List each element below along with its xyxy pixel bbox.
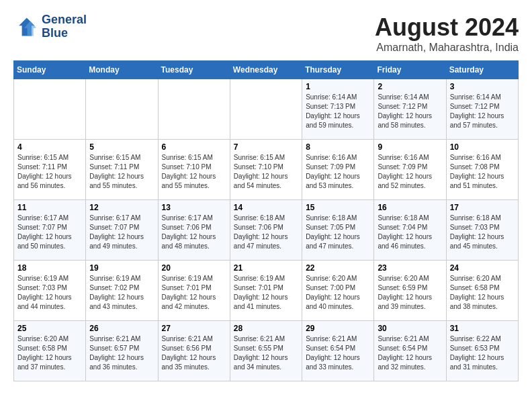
calendar-cell: 2Sunrise: 6:14 AMSunset: 7:12 PMDaylight…	[374, 79, 446, 140]
calendar-cell: 28Sunrise: 6:21 AMSunset: 6:55 PMDayligh…	[230, 321, 302, 381]
day-info: Sunrise: 6:21 AMSunset: 6:54 PMDaylight:…	[378, 334, 442, 372]
day-number: 6	[162, 142, 226, 152]
day-number: 14	[234, 203, 298, 212]
day-info: Sunrise: 6:18 AMSunset: 7:06 PMDaylight:…	[234, 214, 298, 251]
calendar-cell: 12Sunrise: 6:17 AMSunset: 7:07 PMDayligh…	[86, 200, 158, 261]
day-info: Sunrise: 6:20 AMSunset: 6:58 PMDaylight:…	[450, 274, 515, 312]
day-info: Sunrise: 6:15 AMSunset: 7:10 PMDaylight:…	[162, 153, 226, 191]
day-info: Sunrise: 6:16 AMSunset: 7:09 PMDaylight:…	[378, 153, 442, 191]
day-info: Sunrise: 6:15 AMSunset: 7:11 PMDaylight:…	[89, 153, 154, 191]
calendar-week-row: 18Sunrise: 6:19 AMSunset: 7:03 PMDayligh…	[14, 261, 519, 321]
day-number: 31	[450, 324, 515, 333]
calendar-cell: 16Sunrise: 6:18 AMSunset: 7:04 PMDayligh…	[374, 200, 446, 261]
header-day-monday: Monday	[86, 61, 158, 79]
day-info: Sunrise: 6:21 AMSunset: 6:54 PMDaylight:…	[306, 334, 370, 372]
calendar-cell	[230, 79, 302, 140]
calendar-cell: 23Sunrise: 6:20 AMSunset: 6:59 PMDayligh…	[374, 261, 446, 321]
header-day-friday: Friday	[374, 61, 446, 79]
day-number: 19	[89, 263, 154, 273]
day-number: 24	[450, 263, 515, 273]
calendar-cell	[14, 79, 86, 140]
day-info: Sunrise: 6:19 AMSunset: 7:01 PMDaylight:…	[162, 274, 226, 312]
day-number: 5	[89, 142, 154, 152]
day-info: Sunrise: 6:21 AMSunset: 6:57 PMDaylight:…	[89, 334, 154, 372]
day-number: 11	[17, 203, 82, 212]
calendar-cell: 31Sunrise: 6:22 AMSunset: 6:53 PMDayligh…	[446, 321, 518, 381]
calendar-cell: 27Sunrise: 6:21 AMSunset: 6:56 PMDayligh…	[158, 321, 230, 381]
calendar-cell: 8Sunrise: 6:16 AMSunset: 7:09 PMDaylight…	[302, 140, 374, 200]
day-info: Sunrise: 6:18 AMSunset: 7:05 PMDaylight:…	[306, 214, 370, 251]
calendar-cell: 18Sunrise: 6:19 AMSunset: 7:03 PMDayligh…	[14, 261, 86, 321]
calendar-cell: 9Sunrise: 6:16 AMSunset: 7:09 PMDaylight…	[374, 140, 446, 200]
day-number: 27	[162, 324, 226, 333]
calendar-cell: 6Sunrise: 6:15 AMSunset: 7:10 PMDaylight…	[158, 140, 230, 200]
day-number: 1	[306, 82, 370, 91]
calendar-cell: 26Sunrise: 6:21 AMSunset: 6:57 PMDayligh…	[86, 321, 158, 381]
calendar-week-row: 11Sunrise: 6:17 AMSunset: 7:07 PMDayligh…	[14, 200, 519, 261]
day-number: 7	[234, 142, 298, 152]
day-number: 15	[306, 203, 370, 212]
day-info: Sunrise: 6:16 AMSunset: 7:09 PMDaylight:…	[306, 153, 370, 191]
header: General Blue August 2024 Amarnath, Mahar…	[13, 13, 519, 54]
calendar-cell	[86, 79, 158, 140]
calendar-cell: 24Sunrise: 6:20 AMSunset: 6:58 PMDayligh…	[446, 261, 518, 321]
header-day-sunday: Sunday	[14, 61, 86, 79]
day-number: 28	[234, 324, 298, 333]
day-number: 30	[378, 324, 442, 333]
title-area: August 2024 Amarnath, Maharashtra, India	[375, 13, 519, 54]
day-number: 3	[450, 82, 515, 91]
day-number: 13	[162, 203, 226, 212]
day-info: Sunrise: 6:20 AMSunset: 6:59 PMDaylight:…	[378, 274, 442, 312]
day-info: Sunrise: 6:18 AMSunset: 7:03 PMDaylight:…	[450, 214, 515, 251]
day-info: Sunrise: 6:14 AMSunset: 7:12 PMDaylight:…	[450, 93, 515, 130]
day-info: Sunrise: 6:17 AMSunset: 7:07 PMDaylight:…	[17, 214, 82, 251]
day-number: 17	[450, 203, 515, 212]
day-number: 2	[378, 82, 442, 91]
calendar-week-row: 1Sunrise: 6:14 AMSunset: 7:13 PMDaylight…	[14, 79, 519, 140]
calendar-table: SundayMondayTuesdayWednesdayThursdayFrid…	[13, 60, 519, 381]
calendar-cell: 3Sunrise: 6:14 AMSunset: 7:12 PMDaylight…	[446, 79, 518, 140]
day-info: Sunrise: 6:19 AMSunset: 7:01 PMDaylight:…	[234, 274, 298, 312]
subtitle: Amarnath, Maharashtra, India	[375, 42, 519, 54]
day-info: Sunrise: 6:14 AMSunset: 7:12 PMDaylight:…	[378, 93, 442, 130]
day-info: Sunrise: 6:19 AMSunset: 7:02 PMDaylight:…	[89, 274, 154, 312]
day-number: 8	[306, 142, 370, 152]
calendar-cell: 10Sunrise: 6:16 AMSunset: 7:08 PMDayligh…	[446, 140, 518, 200]
logo: General Blue	[13, 13, 87, 40]
day-info: Sunrise: 6:15 AMSunset: 7:11 PMDaylight:…	[17, 153, 82, 191]
day-info: Sunrise: 6:16 AMSunset: 7:08 PMDaylight:…	[450, 153, 515, 191]
day-info: Sunrise: 6:18 AMSunset: 7:04 PMDaylight:…	[378, 214, 442, 251]
header-day-saturday: Saturday	[446, 61, 518, 79]
calendar-cell: 15Sunrise: 6:18 AMSunset: 7:05 PMDayligh…	[302, 200, 374, 261]
day-info: Sunrise: 6:17 AMSunset: 7:07 PMDaylight:…	[89, 214, 154, 251]
calendar-cell: 30Sunrise: 6:21 AMSunset: 6:54 PMDayligh…	[374, 321, 446, 381]
calendar-cell: 17Sunrise: 6:18 AMSunset: 7:03 PMDayligh…	[446, 200, 518, 261]
day-info: Sunrise: 6:21 AMSunset: 6:55 PMDaylight:…	[234, 334, 298, 372]
day-number: 4	[17, 142, 82, 152]
calendar-cell: 25Sunrise: 6:20 AMSunset: 6:58 PMDayligh…	[14, 321, 86, 381]
day-number: 18	[17, 263, 82, 273]
day-number: 26	[89, 324, 154, 333]
main-title: August 2024	[375, 13, 519, 42]
header-day-tuesday: Tuesday	[158, 61, 230, 79]
calendar-cell: 11Sunrise: 6:17 AMSunset: 7:07 PMDayligh…	[14, 200, 86, 261]
logo-icon	[13, 15, 38, 39]
calendar-cell: 13Sunrise: 6:17 AMSunset: 7:06 PMDayligh…	[158, 200, 230, 261]
header-day-thursday: Thursday	[302, 61, 374, 79]
header-day-wednesday: Wednesday	[230, 61, 302, 79]
day-number: 22	[306, 263, 370, 273]
day-info: Sunrise: 6:20 AMSunset: 6:58 PMDaylight:…	[17, 334, 82, 372]
day-number: 29	[306, 324, 370, 333]
day-number: 25	[17, 324, 82, 333]
calendar-cell: 5Sunrise: 6:15 AMSunset: 7:11 PMDaylight…	[86, 140, 158, 200]
day-info: Sunrise: 6:20 AMSunset: 7:00 PMDaylight:…	[306, 274, 370, 312]
logo-text: General Blue	[42, 13, 87, 40]
calendar-cell: 29Sunrise: 6:21 AMSunset: 6:54 PMDayligh…	[302, 321, 374, 381]
calendar-cell: 22Sunrise: 6:20 AMSunset: 7:00 PMDayligh…	[302, 261, 374, 321]
day-info: Sunrise: 6:19 AMSunset: 7:03 PMDaylight:…	[17, 274, 82, 312]
day-number: 23	[378, 263, 442, 273]
calendar-cell	[158, 79, 230, 140]
day-info: Sunrise: 6:21 AMSunset: 6:56 PMDaylight:…	[162, 334, 226, 372]
day-number: 10	[450, 142, 515, 152]
day-info: Sunrise: 6:17 AMSunset: 7:06 PMDaylight:…	[162, 214, 226, 251]
